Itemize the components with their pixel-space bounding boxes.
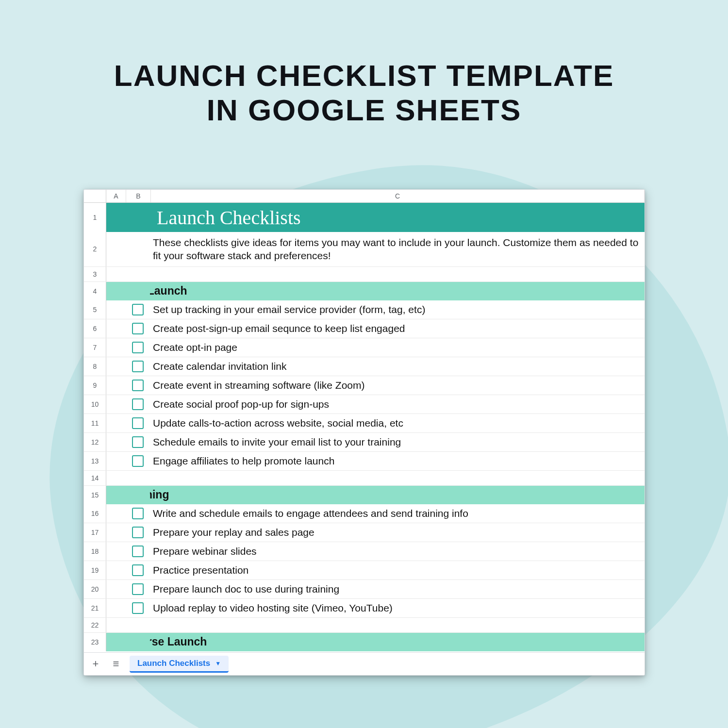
checkbox[interactable] <box>132 546 144 557</box>
row-header-11[interactable]: 11 <box>84 414 106 432</box>
cell-a-18[interactable] <box>106 542 126 561</box>
cell-a-6[interactable] <box>106 319 126 338</box>
cell-a-10[interactable] <box>106 395 126 414</box>
checkbox[interactable] <box>132 564 144 576</box>
cell-b-9[interactable] <box>126 376 150 395</box>
row-header-1[interactable]: 1 <box>84 203 106 232</box>
row-header-19[interactable]: 19 <box>84 561 106 579</box>
cell-c-16[interactable]: Write and schedule emails to engage atte… <box>150 504 645 523</box>
checkbox[interactable] <box>132 527 144 538</box>
cell-b-7[interactable] <box>126 338 150 357</box>
cell-b-13[interactable] <box>126 452 150 470</box>
cell-c-23[interactable]: Course Launch <box>126 633 645 651</box>
cell-c-9[interactable]: Create event in streaming software (like… <box>150 376 645 395</box>
cell-b-5[interactable] <box>126 300 150 319</box>
cell-c-7[interactable]: Create opt-in page <box>150 338 645 357</box>
cell-b-20[interactable] <box>126 580 150 598</box>
cell-a-20[interactable] <box>106 580 126 598</box>
checkbox[interactable] <box>132 342 144 353</box>
cell-c-3[interactable] <box>150 267 645 281</box>
select-all-corner[interactable] <box>84 190 106 202</box>
checkbox[interactable] <box>132 304 144 315</box>
cell-c-15[interactable]: Training <box>126 486 645 504</box>
cell-c-19[interactable]: Practice presentation <box>150 561 645 579</box>
cell-b-6[interactable] <box>126 319 150 338</box>
cell-c-21[interactable]: Upload replay to video hosting site (Vim… <box>150 599 645 617</box>
cell-c-1[interactable]: Launch Checklists <box>150 203 645 232</box>
checkbox[interactable] <box>132 417 144 429</box>
cell-a-11[interactable] <box>106 414 126 432</box>
cell-a-12[interactable] <box>106 433 126 451</box>
cell-a-22[interactable] <box>106 618 126 632</box>
row-header-21[interactable]: 21 <box>84 599 106 617</box>
cell-c-11[interactable]: Update calls-to-action across website, s… <box>150 414 645 432</box>
cell-a-8[interactable] <box>106 357 126 376</box>
cell-c-6[interactable]: Create post-sign-up email sequnce to kee… <box>150 319 645 338</box>
row-header-7[interactable]: 7 <box>84 338 106 357</box>
column-header-b[interactable]: B <box>126 190 151 202</box>
cell-a-2[interactable] <box>106 232 126 266</box>
row-header-13[interactable]: 13 <box>84 452 106 470</box>
cell-c-14[interactable] <box>150 471 645 485</box>
cell-a-7[interactable] <box>106 338 126 357</box>
cell-a-4[interactable] <box>106 282 126 300</box>
cell-a-5[interactable] <box>106 300 126 319</box>
cell-c-18[interactable]: Prepare webinar slides <box>150 542 645 561</box>
row-header-15[interactable]: 15 <box>84 486 106 504</box>
row-header-5[interactable]: 5 <box>84 300 106 319</box>
cell-c-20[interactable]: Prepare launch doc to use during trainin… <box>150 580 645 598</box>
row-header-17[interactable]: 17 <box>84 523 106 542</box>
cell-c-2[interactable]: These checklists give ideas for items yo… <box>150 232 645 266</box>
cell-a-15[interactable] <box>106 486 126 504</box>
cell-b-19[interactable] <box>126 561 150 579</box>
checkbox[interactable] <box>132 455 144 467</box>
row-header-3[interactable]: 3 <box>84 267 106 281</box>
row-header-16[interactable]: 16 <box>84 504 106 523</box>
cell-a-23[interactable] <box>106 633 126 651</box>
cell-c-4[interactable]: Pre-Launch <box>126 282 645 300</box>
cell-b-22[interactable] <box>126 618 150 632</box>
cell-a-21[interactable] <box>106 599 126 617</box>
cell-c-5[interactable]: Set up tracking in your email service pr… <box>150 300 645 319</box>
row-header-6[interactable]: 6 <box>84 319 106 338</box>
cell-b-17[interactable] <box>126 523 150 542</box>
checkbox[interactable] <box>132 380 144 391</box>
cell-b-11[interactable] <box>126 414 150 432</box>
row-header-4[interactable]: 4 <box>84 282 106 300</box>
checkbox[interactable] <box>132 361 144 372</box>
cell-a-1[interactable] <box>106 203 126 232</box>
cell-a-13[interactable] <box>106 452 126 470</box>
sheet-tab-active[interactable]: Launch Checklists ▼ <box>130 656 229 673</box>
cell-c-13[interactable]: Engage affiliates to help promote launch <box>150 452 645 470</box>
cell-b-14[interactable] <box>126 471 150 485</box>
checkbox[interactable] <box>132 398 144 410</box>
row-header-8[interactable]: 8 <box>84 357 106 376</box>
add-sheet-button[interactable]: + <box>89 657 102 671</box>
cell-a-3[interactable] <box>106 267 126 281</box>
row-header-14[interactable]: 14 <box>84 471 106 485</box>
cell-b-12[interactable] <box>126 433 150 451</box>
cell-b-16[interactable] <box>126 504 150 523</box>
cell-b-10[interactable] <box>126 395 150 414</box>
row-header-18[interactable]: 18 <box>84 542 106 561</box>
cell-c-10[interactable]: Create social proof pop-up for sign-ups <box>150 395 645 414</box>
cell-a-14[interactable] <box>106 471 126 485</box>
cell-c-8[interactable]: Create calendar invitation link <box>150 357 645 376</box>
checkbox[interactable] <box>132 323 144 334</box>
checkbox[interactable] <box>132 602 144 614</box>
column-header-a[interactable]: A <box>106 190 126 202</box>
row-header-23[interactable]: 23 <box>84 633 106 651</box>
row-header-9[interactable]: 9 <box>84 376 106 395</box>
checkbox[interactable] <box>132 583 144 595</box>
cell-b-1[interactable] <box>126 203 150 232</box>
all-sheets-button[interactable]: ≡ <box>109 657 123 671</box>
checkbox[interactable] <box>132 436 144 448</box>
row-header-10[interactable]: 10 <box>84 395 106 414</box>
cell-b-21[interactable] <box>126 599 150 617</box>
checkbox[interactable] <box>132 508 144 519</box>
cell-c-17[interactable]: Prepare your replay and sales page <box>150 523 645 542</box>
row-header-12[interactable]: 12 <box>84 433 106 451</box>
cell-a-19[interactable] <box>106 561 126 579</box>
cell-b-8[interactable] <box>126 357 150 376</box>
cell-c-22[interactable] <box>150 618 645 632</box>
